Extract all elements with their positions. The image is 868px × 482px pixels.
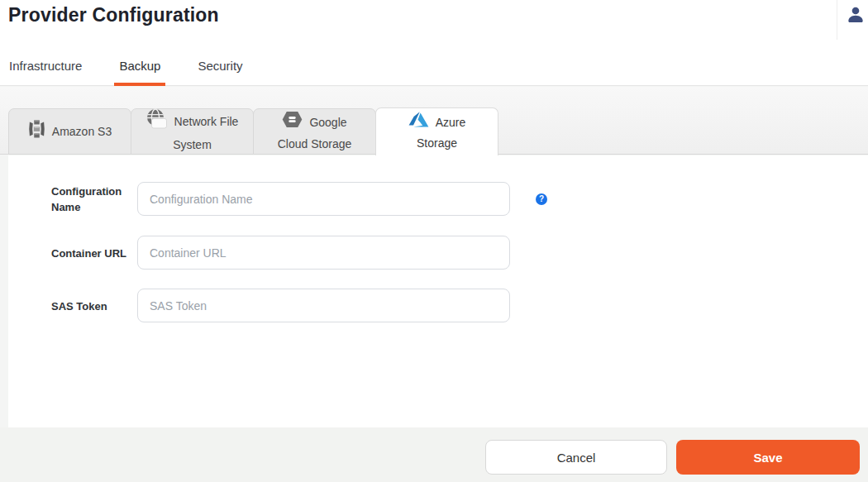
save-button[interactable]: Save — [676, 440, 860, 475]
azure-storage-panel: Configuration Name ? Container URL SAS T… — [8, 155, 868, 427]
amazon-s3-icon — [28, 119, 45, 144]
tab-infrastructure[interactable]: Infrastructure — [9, 59, 82, 74]
network-file-system-icon — [146, 108, 168, 135]
tab-backup[interactable]: Backup — [119, 59, 160, 74]
container-url-label: Container URL — [51, 245, 131, 260]
configuration-name-input[interactable] — [137, 182, 510, 216]
provider-tabs: Amazon S3 Network File System — [8, 107, 498, 155]
user-icon — [846, 16, 866, 28]
header-divider — [837, 0, 837, 40]
tab-label: Amazon S3 — [52, 125, 112, 138]
cancel-button[interactable]: Cancel — [485, 440, 667, 475]
tab-network-file-system[interactable]: Network File System — [131, 108, 254, 155]
azure-storage-icon — [408, 111, 429, 133]
tab-azure-storage[interactable]: Azure Storage — [375, 107, 498, 155]
google-cloud-storage-icon — [282, 110, 303, 134]
tab-label: Network File System — [173, 115, 238, 151]
nav-tabs: Infrastructure Backup Security — [9, 59, 243, 74]
container-url-row: Container URL — [8, 236, 868, 270]
tab-google-cloud-storage[interactable]: Google Cloud Storage — [253, 108, 376, 155]
header: Provider Configuration Infrastructure Ba… — [0, 0, 868, 86]
container-url-input[interactable] — [137, 236, 510, 270]
configuration-name-row: Configuration Name ? — [8, 182, 868, 216]
help-icon[interactable]: ? — [536, 193, 547, 205]
sas-token-row: SAS Token — [8, 289, 868, 322]
tab-security[interactable]: Security — [198, 59, 242, 74]
sas-token-input[interactable] — [137, 289, 510, 322]
page-title: Provider Configuration — [8, 4, 219, 26]
sas-token-label: SAS Token — [51, 298, 131, 313]
user-account-button[interactable] — [845, 4, 866, 27]
tab-amazon-s3[interactable]: Amazon S3 — [8, 108, 131, 155]
footer-action-bar: Cancel Save — [0, 427, 868, 482]
configuration-name-label: Configuration Name — [51, 184, 131, 215]
